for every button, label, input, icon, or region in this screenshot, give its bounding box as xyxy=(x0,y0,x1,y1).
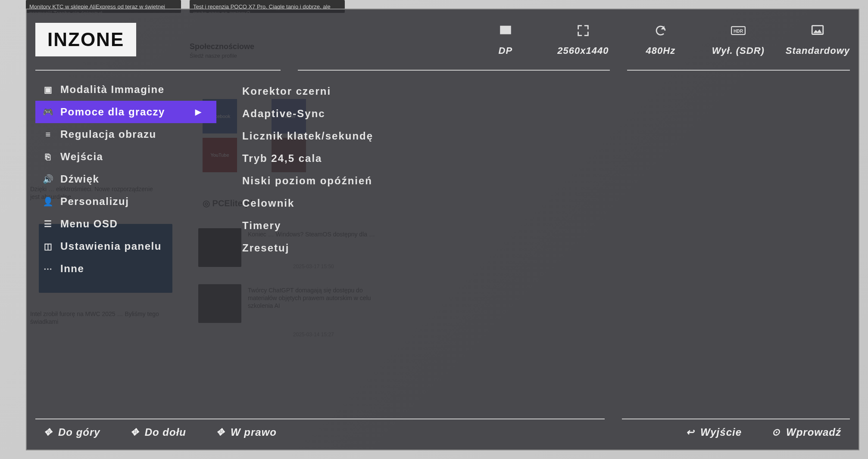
osd-body: ▣Modalità Immagine🎮Pomoce dla graczy▶≡Re… xyxy=(27,71,859,419)
status-input: DP xyxy=(475,23,536,56)
osd-footer: ✥ Do góry ✥ Do dołu ✥ W prawo ↩ Wyjście … xyxy=(27,419,859,450)
dots-icon: ⋯ xyxy=(43,264,53,274)
input-icon: ⎘ xyxy=(43,152,53,162)
main-menu: ▣Modalità Immagine🎮Pomoce dla graczy▶≡Re… xyxy=(35,78,216,419)
sub-item-7[interactable]: Zresetuj xyxy=(242,237,660,259)
menu-item-3[interactable]: ⎘Wejścia xyxy=(35,146,216,168)
menu-item-label: Pomoce dla graczy xyxy=(60,106,165,118)
sound-icon: 🔊 xyxy=(43,174,53,184)
svg-text:HDR: HDR xyxy=(734,28,743,33)
menu-item-label: Ustawienia panelu xyxy=(60,240,162,252)
sliders-icon: ≡ xyxy=(43,130,53,140)
nav-exit[interactable]: ↩ Wyjście xyxy=(686,426,742,438)
menu-item-label: Inne xyxy=(60,263,84,275)
refresh-icon xyxy=(653,23,668,41)
menu-item-label: Personalizuj xyxy=(60,195,129,208)
list-icon: ☰ xyxy=(43,219,53,229)
picture-icon xyxy=(810,23,825,41)
sub-menu: Korektor czerniAdaptive-SyncLicznik klat… xyxy=(242,78,660,419)
image-icon: ▣ xyxy=(43,84,53,95)
status-resolution: 2560x1440 xyxy=(553,23,613,56)
move-icon: ✥ xyxy=(216,427,225,438)
sub-item-5[interactable]: Celownik xyxy=(242,192,660,214)
menu-item-8[interactable]: ⋯Inne xyxy=(35,257,216,280)
move-icon: ✥ xyxy=(44,427,52,438)
menu-item-label: Menu OSD xyxy=(60,218,118,230)
menu-item-label: Regulacja obrazu xyxy=(60,128,156,140)
status-refresh-label: 480Hz xyxy=(646,45,676,56)
status-refresh: 480Hz xyxy=(631,23,691,56)
enter-icon: ⊙ xyxy=(772,427,780,438)
menu-item-1[interactable]: 🎮Pomoce dla graczy▶ xyxy=(35,101,216,123)
sub-item-0[interactable]: Korektor czerni xyxy=(242,80,660,102)
nav-exit-label: Wyjście xyxy=(700,426,742,438)
menu-item-label: Modalità Immagine xyxy=(60,84,165,96)
sub-item-2[interactable]: Licznik klatek/sekundę xyxy=(242,125,660,147)
hdr-icon: HDR xyxy=(731,23,746,41)
panel-icon: ◫ xyxy=(43,241,53,251)
user-icon: 👤 xyxy=(43,196,53,207)
status-bar: DP 2560x1440 480Hz HDR Wył. (SDR) xyxy=(475,23,850,56)
nav-down-label: Do dołu xyxy=(145,426,186,438)
brand-logo: INZONE xyxy=(35,23,136,56)
chevron-right-icon: ▶ xyxy=(195,107,202,117)
status-hdr-label: Wył. (SDR) xyxy=(712,45,765,56)
status-picture-mode: Standardowy xyxy=(786,23,850,56)
menu-item-0[interactable]: ▣Modalità Immagine xyxy=(35,78,216,101)
menu-item-label: Dźwięk xyxy=(60,173,99,185)
menu-item-5[interactable]: 👤Personalizuj xyxy=(35,190,216,213)
osd-panel: INZONE DP 2560x1440 480Hz xyxy=(26,9,859,450)
sub-item-4[interactable]: Niski poziom opóźnień xyxy=(242,170,660,192)
menu-item-6[interactable]: ☰Menu OSD xyxy=(35,213,216,235)
brand-text: INZONE xyxy=(47,29,124,50)
sub-item-6[interactable]: Timery xyxy=(242,214,660,237)
status-resolution-label: 2560x1440 xyxy=(557,45,609,56)
menu-item-label: Wejścia xyxy=(60,151,103,163)
status-input-label: DP xyxy=(499,45,513,56)
nav-right[interactable]: ✥ W prawo xyxy=(216,426,277,438)
gamepad-icon: 🎮 xyxy=(43,107,53,117)
osd-header: INZONE DP 2560x1440 480Hz xyxy=(27,9,859,70)
nav-down[interactable]: ✥ Do dołu xyxy=(131,426,186,438)
status-hdr: HDR Wył. (SDR) xyxy=(708,23,768,56)
nav-enter-label: Wprowadź xyxy=(786,426,841,438)
resolution-icon xyxy=(576,23,590,41)
move-icon: ✥ xyxy=(131,427,139,438)
detail-pane xyxy=(686,78,850,419)
nav-right-label: W prawo xyxy=(231,426,277,438)
sub-item-3[interactable]: Tryb 24,5 cala xyxy=(242,147,660,170)
input-icon xyxy=(498,23,513,41)
sub-item-1[interactable]: Adaptive-Sync xyxy=(242,102,660,125)
nav-up-label: Do góry xyxy=(58,426,100,438)
status-picture-label: Standardowy xyxy=(786,45,850,56)
back-icon: ↩ xyxy=(686,427,694,438)
nav-enter[interactable]: ⊙ Wprowadź xyxy=(772,426,841,438)
menu-item-2[interactable]: ≡Regulacja obrazu xyxy=(35,123,216,146)
menu-item-4[interactable]: 🔊Dźwięk xyxy=(35,168,216,190)
menu-item-7[interactable]: ◫Ustawienia panelu xyxy=(35,235,216,257)
nav-up[interactable]: ✥ Do góry xyxy=(44,426,100,438)
